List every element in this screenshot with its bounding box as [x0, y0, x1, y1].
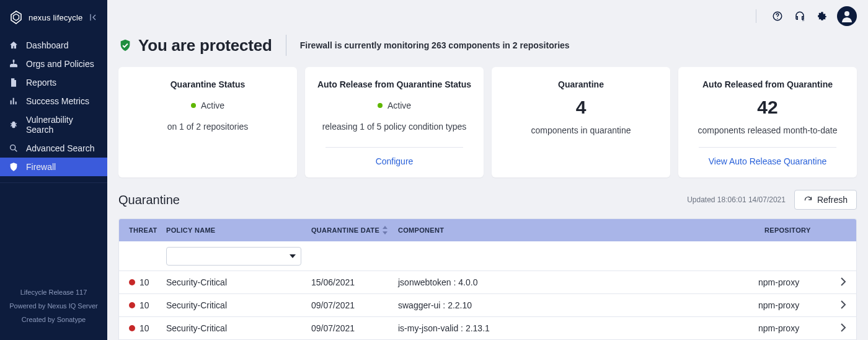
sidebar-item-label: Orgs and Policies [26, 59, 94, 69]
row-expand[interactable] [840, 277, 846, 288]
policy-cell: Security-Critical [166, 323, 311, 333]
table-row[interactable]: 10Security-Critical15/06/2021jsonwebtoke… [119, 271, 856, 294]
hero-subtitle: Firewall is currently monitoring 263 com… [300, 40, 570, 50]
topbar-separator [756, 9, 756, 23]
footer-powered: Powered by Nexus IQ Server [6, 299, 101, 313]
th-repository[interactable]: REPOSITORY [764, 226, 833, 234]
search-icon [9, 143, 19, 153]
sidebar-item-success-metrics[interactable]: Success Metrics [0, 92, 107, 110]
threat-value: 10 [140, 277, 149, 287]
sidebar-item-orgs-policies[interactable]: Orgs and Policies [0, 55, 107, 73]
card-title: Quarantine Status [170, 79, 246, 89]
view-auto-release-link[interactable]: View Auto Release Quarantine [709, 156, 826, 166]
chevron-right-icon [840, 323, 846, 332]
th-date-label: QUARANTINE DATE [311, 226, 379, 234]
user-avatar[interactable] [837, 6, 857, 26]
sidebar-item-label: Reports [26, 78, 56, 87]
repository-cell: npm-proxy [758, 323, 826, 333]
settings-button[interactable] [812, 6, 832, 26]
refresh-button[interactable]: Refresh [794, 190, 857, 210]
status-text: Active [201, 101, 224, 110]
policy-cell: Security-Critical [166, 300, 311, 310]
card-quarantine-status: Quarantine Status Active on 1 of 2 repos… [118, 67, 297, 177]
home-icon [9, 40, 19, 50]
threat-cell: 10 [129, 300, 166, 310]
bar-chart-icon [9, 96, 19, 106]
help-button[interactable] [768, 6, 787, 26]
section-title: Quarantine [118, 193, 180, 207]
card-quarantine-count: Quarantine 4 components in quarantine [492, 67, 670, 177]
status-dot-icon [378, 103, 383, 108]
threat-value: 10 [140, 300, 149, 310]
policy-filter-select[interactable] [166, 247, 301, 266]
chevron-right-icon [840, 300, 846, 309]
sidebar-item-label: Success Metrics [26, 96, 89, 106]
th-policy[interactable]: POLICY NAME [166, 226, 311, 234]
support-button[interactable]: 8 [790, 6, 810, 26]
last-updated: Updated 18:06:01 14/07/2021 [687, 195, 786, 204]
sidebar-item-firewall[interactable]: Firewall [0, 158, 107, 176]
table-filter-row [119, 241, 856, 271]
table-header: THREAT POLICY NAME QUARANTINE DATE COMPO… [119, 219, 856, 241]
th-component[interactable]: COMPONENT [398, 226, 764, 234]
sidebar-item-label: Firewall [26, 162, 56, 172]
sort-icon [382, 226, 388, 235]
topbar: 8 [107, 0, 868, 32]
component-cell: jsonwebtoken : 4.0.0 [398, 277, 758, 287]
threat-dot-icon [129, 302, 135, 308]
page-title: You are protected [138, 36, 272, 55]
sidebar-item-advanced-search[interactable]: Advanced Search [0, 139, 107, 158]
threat-dot-icon [129, 279, 135, 285]
status-cards: Quarantine Status Active on 1 of 2 repos… [118, 67, 857, 177]
card-divider [699, 147, 836, 148]
sidebar-item-reports[interactable]: Reports [0, 73, 107, 92]
status-dot-icon [191, 103, 196, 108]
hero-separator [286, 35, 286, 56]
brand-name: nexus lifecycle [29, 13, 83, 22]
table-row[interactable]: 10Security-Critical09/07/2021swagger-ui … [119, 294, 856, 317]
brand-logo: nexus lifecycle [9, 10, 83, 25]
logo-row: nexus lifecycle [0, 0, 107, 36]
user-icon [839, 9, 854, 24]
status-detail: on 1 of 2 repositories [167, 122, 249, 132]
card-divider [326, 147, 463, 148]
threat-cell: 10 [129, 277, 166, 287]
threat-cell: 10 [129, 323, 166, 333]
sidebar-item-vulnerability-search[interactable]: Vulnerability Search [0, 110, 107, 139]
table-row[interactable]: 10Security-Critical09/07/2021is-my-json-… [119, 317, 856, 340]
sidebar-collapse-button[interactable] [87, 12, 99, 23]
component-cell: is-my-json-valid : 2.13.1 [398, 323, 758, 333]
svg-text:8: 8 [802, 18, 805, 22]
chevron-right-icon [840, 277, 846, 286]
component-cell: swagger-ui : 2.2.10 [398, 300, 758, 310]
sidebar-item-label: Dashboard [26, 40, 69, 50]
refresh-icon [804, 195, 813, 205]
policy-cell: Security-Critical [166, 277, 311, 287]
chevron-down-icon [290, 253, 296, 259]
count-value: 42 [757, 97, 777, 118]
th-threat[interactable]: THREAT [129, 226, 166, 234]
logo-hexagon-icon [9, 10, 24, 25]
configure-link[interactable]: Configure [376, 156, 414, 166]
card-title: Auto Released from Quarantine [702, 79, 833, 89]
th-date[interactable]: QUARANTINE DATE [311, 226, 398, 235]
repository-cell: npm-proxy [758, 277, 826, 287]
quarantine-table: THREAT POLICY NAME QUARANTINE DATE COMPO… [118, 218, 857, 340]
threat-value: 10 [140, 323, 149, 333]
row-expand[interactable] [840, 323, 846, 334]
gear-icon [817, 11, 828, 22]
sidebar-footer: Lifecycle Release 117 Powered by Nexus I… [0, 277, 107, 340]
shield-check-icon [118, 38, 132, 52]
card-title: Quarantine [558, 79, 604, 89]
row-expand[interactable] [840, 300, 846, 311]
sidebar-item-label: Advanced Search [26, 143, 95, 153]
repository-cell: npm-proxy [758, 300, 826, 310]
sidebar: nexus lifecycle Dashboard Orgs and Polic… [0, 0, 107, 340]
card-title: Auto Release from Quarantine Status [317, 79, 471, 89]
section-header: Quarantine Updated 18:06:01 14/07/2021 R… [118, 190, 857, 210]
sidebar-item-dashboard[interactable]: Dashboard [0, 36, 107, 55]
bug-icon [9, 120, 19, 130]
card-auto-released-count: Auto Released from Quarantine 42 compone… [678, 67, 857, 177]
svg-point-0 [11, 145, 16, 150]
file-icon [9, 78, 19, 87]
